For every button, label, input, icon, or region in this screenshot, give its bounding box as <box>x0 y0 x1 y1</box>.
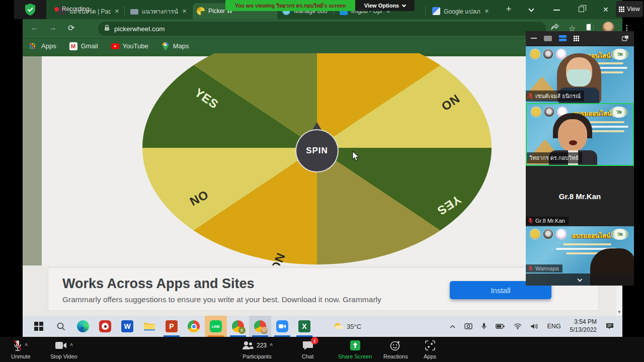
black-seal-logo <box>544 107 554 117</box>
video-tile-participant-3[interactable]: Gr.8 Mr.Kan Gr.8 Mr.Kan <box>526 166 634 226</box>
clock[interactable]: 3:54 PM 5/13/2022 <box>570 318 597 334</box>
grid-view-icon[interactable] <box>574 36 579 41</box>
reactions-smiley-icon <box>390 340 401 351</box>
youtube-icon <box>111 42 119 50</box>
line-app-icon[interactable]: LINE <box>205 316 227 337</box>
video-panel-header <box>526 31 634 45</box>
reload-icon[interactable]: ⟳ <box>68 23 74 33</box>
system-tray: ENG 3:54 PM 5/13/2022 <box>445 316 622 337</box>
tray-expand-icon[interactable] <box>450 325 455 328</box>
participant-name-bar: Gr.8 Mr.Kan <box>526 217 569 225</box>
video-options-caret[interactable]: ^ <box>70 343 73 348</box>
scrollbar-down-arrow[interactable]: ▼ <box>616 309 622 316</box>
participants-button[interactable]: 223 ^ Participants <box>242 339 273 359</box>
participants-label: Participants <box>243 353 271 359</box>
address-bar[interactable]: pickerwheel.com <box>98 22 546 36</box>
shield-icon <box>25 4 35 16</box>
bookmark-label: Maps <box>173 42 189 50</box>
chrome-profile-k-icon[interactable]: K <box>227 316 249 337</box>
bookmark-maps[interactable]: Maps <box>162 42 189 50</box>
start-button[interactable] <box>28 316 50 337</box>
gallery-view-icon[interactable] <box>559 35 567 41</box>
language-indicator[interactable]: ENG <box>547 323 561 330</box>
chat-badge: 2 <box>311 337 318 344</box>
popout-panel-icon[interactable] <box>622 35 629 41</box>
chrome-icon[interactable] <box>183 316 205 337</box>
tab-separator <box>425 6 426 15</box>
tab-close-icon[interactable]: ✕ <box>115 8 119 15</box>
video-camera-icon <box>55 341 67 349</box>
participants-caret[interactable]: ^ <box>270 343 273 348</box>
browser-tab-translate[interactable]: Google แปลภ ✕ <box>428 3 496 19</box>
speaker-view-icon[interactable] <box>544 36 552 41</box>
video-tile-participant-1[interactable]: อบรมออนไลน์ วพ เซนต์เจมส์ ธนิกรณ์ <box>526 46 634 103</box>
share-screen-button[interactable]: Share Screen <box>338 339 372 359</box>
participant-name: Wannapa <box>535 265 559 272</box>
restore-button[interactable] <box>579 7 584 12</box>
browser-tab-guideline[interactable]: แนวทางการนำเ ✕ <box>126 3 191 19</box>
video-tile-participant-2[interactable]: อบรมออนไลน์ วพ วิทยากร ดร.กอบวิทย์ <box>526 103 634 166</box>
panel-minimize-icon[interactable] <box>531 38 537 39</box>
wifi-tray-icon[interactable] <box>514 323 522 329</box>
tab-close-icon[interactable]: ✕ <box>182 8 187 15</box>
bookmark-label: YouTube <box>123 42 148 50</box>
zoom-view-button[interactable]: View <box>616 1 643 17</box>
chat-label: Chat <box>302 353 313 359</box>
tab-separator <box>124 6 125 15</box>
url-text: pickerwheel.com <box>114 25 165 33</box>
view-options-label: View Options <box>364 3 399 9</box>
bookmark-youtube[interactable]: YouTube <box>111 42 148 50</box>
tab-close-icon[interactable]: ✕ <box>485 8 489 15</box>
time-text: 3:54 PM <box>574 318 597 325</box>
word-icon[interactable]: W <box>116 316 138 337</box>
back-icon[interactable]: ← <box>31 23 39 32</box>
bookmark-label: Gmail <box>81 42 98 50</box>
share-screen-label: Share Screen <box>338 353 372 359</box>
edge-icon[interactable] <box>72 316 94 337</box>
battery-tray-icon[interactable] <box>496 324 505 329</box>
excel-icon[interactable]: X <box>293 316 315 337</box>
close-button[interactable]: ✕ <box>603 6 609 14</box>
scroll-more-videos[interactable] <box>526 274 634 286</box>
camera-tray-icon[interactable] <box>464 323 472 329</box>
microphone-tray-icon[interactable] <box>481 323 487 330</box>
search-icon[interactable] <box>50 316 72 337</box>
recording-indicator: Recording <box>54 6 90 13</box>
meeting-info-shield[interactable] <box>14 0 46 19</box>
file-explorer-icon[interactable] <box>138 316 160 337</box>
gom-player-icon[interactable] <box>94 316 116 337</box>
unmute-label: Unmute <box>11 353 31 359</box>
new-tab-button[interactable]: + <box>503 4 514 15</box>
apps-button[interactable]: Apps <box>424 339 436 359</box>
video-tile-participant-4[interactable]: อบรมออนไลน์ วพ Wannapa <box>526 226 634 286</box>
reactions-label: Reactions <box>383 353 408 359</box>
ad-body: Grammarly offers suggestions to ensure y… <box>62 295 381 304</box>
bookmark-gmail[interactable]: M Gmail <box>69 42 98 50</box>
participants-count: 223 <box>257 342 267 349</box>
forward-icon[interactable]: → <box>49 23 57 32</box>
zoom-app-icon[interactable] <box>271 316 293 337</box>
bookmark-apps[interactable]: Apps <box>30 42 56 50</box>
lock-icon <box>104 24 110 33</box>
stop-video-label: Stop Video <box>50 353 77 359</box>
browser-menu-icon[interactable]: ⋮ <box>623 24 630 32</box>
spin-button[interactable]: SPIN <box>295 129 339 172</box>
powerpoint-icon[interactable]: P <box>160 316 183 337</box>
volume-tray-icon[interactable] <box>531 323 538 329</box>
chat-button[interactable]: 2 Chat <box>302 339 313 359</box>
chrome-profile-avatar-icon[interactable] <box>249 316 271 337</box>
action-center-icon[interactable] <box>606 323 614 330</box>
weather-widget[interactable]: 35°C <box>333 316 361 337</box>
tab-label: แนวทางการนำเ <box>142 7 178 16</box>
reactions-button[interactable]: Reactions <box>383 339 408 359</box>
minimize-button[interactable] <box>553 10 560 11</box>
unmute-button[interactable]: ^ Unmute <box>11 339 31 359</box>
stop-video-button[interactable]: ^ Stop Video <box>50 339 77 359</box>
tab-label: Google แปลภ <box>444 7 480 16</box>
view-options-button[interactable]: View Options <box>355 0 415 11</box>
temperature-text: 35°C <box>347 323 361 330</box>
unmute-options-caret[interactable]: ^ <box>25 343 28 348</box>
maps-pin-icon <box>162 42 170 50</box>
apps-icon <box>425 340 435 350</box>
open-mouth <box>569 140 577 145</box>
